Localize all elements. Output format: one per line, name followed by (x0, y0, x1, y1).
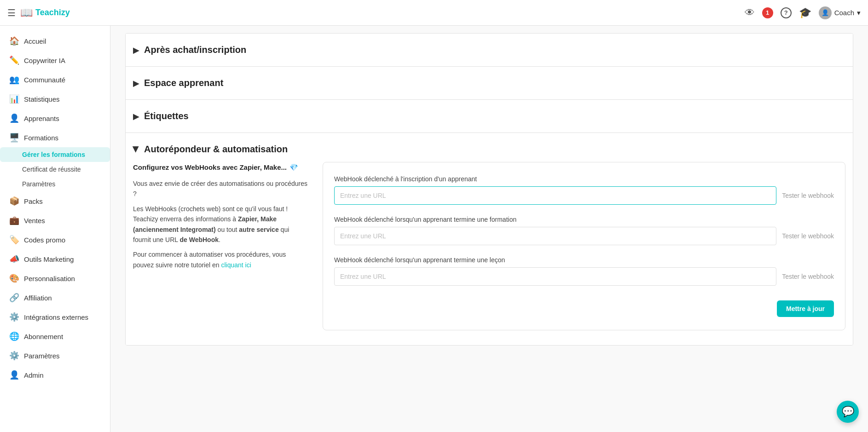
sidebar-sub-item-parametres-formations[interactable]: Paramètres (0, 177, 110, 191)
webhook-group-termine-formation: WebHook déclenché lorsqu'un apprenant te… (334, 216, 834, 245)
chevron-icon-espace-apprenant: ▶ (133, 78, 139, 88)
sidebar-item-accueil[interactable]: 🏠 Accueil (0, 31, 110, 51)
chevron-down-icon: ▾ (857, 9, 861, 17)
sidebar-item-ventes[interactable]: 💼 Ventes (0, 211, 110, 230)
autoresponder-desc-title: Configurez vos WebHooks avec Zapier, Mak… (133, 162, 308, 173)
chevron-icon-etiquettes: ▶ (133, 111, 139, 121)
sidebar-label-copywriter-ia: Copywriter IA (24, 57, 65, 64)
sidebar-item-communaute[interactable]: 👥 Communauté (0, 70, 110, 89)
packs-icon: 📦 (9, 196, 19, 206)
webhook-group-inscription: WebHook déclenché à l'inscription d'un a… (334, 175, 834, 205)
sidebar-label-parametres: Paramètres (24, 352, 60, 360)
layout: 🏠 Accueil ✏️ Copywriter IA 👥 Communauté … (0, 26, 868, 432)
webhook-input-row-inscription: Tester le webhook (334, 186, 834, 205)
chat-icon: 💬 (842, 406, 854, 418)
accordion-title-etiquettes: Étiquettes (144, 111, 189, 121)
apprenants-icon: 👤 (9, 113, 19, 123)
sidebar-item-codes-promo[interactable]: 🏷️ Codes promo (0, 230, 110, 249)
copywriter-icon: ✏️ (9, 55, 19, 65)
webhook-label-termine-lecon: WebHook déclenché lorsqu'un apprenant te… (334, 256, 834, 264)
webhook-input-inscription[interactable] (334, 186, 776, 205)
accordion-title-apres-achat: Après achat/inscription (144, 45, 246, 55)
accordion-header-espace-apprenant[interactable]: ▶ Espace apprenant (126, 67, 853, 99)
sidebar-item-outils-marketing[interactable]: 📣 Outils Marketing (0, 249, 110, 269)
desc-title-text: Configurez vos WebHooks avec Zapier, Mak… (133, 162, 287, 173)
chat-bubble[interactable]: 💬 (837, 401, 859, 423)
logo-text: Teachizy (35, 8, 70, 17)
desc-intro: Vous avez envie de créer des automatisat… (133, 179, 308, 199)
sidebar-item-copywriter-ia[interactable]: ✏️ Copywriter IA (0, 51, 110, 70)
graduation-hat-icon[interactable]: 🎓 (799, 7, 811, 19)
sidebar-label-ventes: Ventes (24, 217, 45, 225)
sidebar-item-formations[interactable]: 🖥️ Formations (0, 128, 110, 147)
accordion-etiquettes: ▶ Étiquettes (126, 100, 853, 133)
sidebar-label-accueil: Accueil (24, 37, 46, 45)
chevron-icon-autoresponder: ▶ (131, 146, 141, 153)
user-menu[interactable]: 👤 Coach ▾ (819, 6, 861, 19)
chevron-icon-apres-achat: ▶ (133, 45, 139, 55)
navbar-left: ☰ 📖 Teachizy (7, 7, 745, 19)
webhook-test-termine-formation[interactable]: Tester le webhook (782, 232, 834, 240)
avatar: 👤 (819, 6, 832, 19)
webhook-bold: de WebHook (179, 236, 219, 243)
sidebar-item-packs[interactable]: 📦 Packs (0, 191, 110, 211)
webhook-label-termine-formation: WebHook déclenché lorsqu'un apprenant te… (334, 216, 834, 223)
update-button[interactable]: Mettre à jour (777, 300, 834, 317)
sidebar-label-communaute: Communauté (24, 76, 65, 84)
affiliation-icon: 🔗 (9, 293, 19, 303)
sidebar-item-affiliation[interactable]: 🔗 Affiliation (0, 288, 110, 307)
promo-icon: 🏷️ (9, 235, 19, 245)
navbar: ☰ 📖 Teachizy 👁 1 ? 🎓 👤 Coach ▾ (0, 0, 868, 26)
webhook-group-termine-lecon: WebHook déclenché lorsqu'un apprenant te… (334, 256, 834, 286)
sidebar-sub-item-gerer-formations[interactable]: Gérer les formations (0, 147, 110, 162)
ventes-icon: 💼 (9, 215, 19, 225)
accordion-title-espace-apprenant: Espace apprenant (144, 78, 223, 88)
accordion-header-apres-achat[interactable]: ▶ Après achat/inscription (126, 34, 853, 66)
webhook-test-inscription[interactable]: Tester le webhook (782, 192, 834, 199)
logo-icon: 📖 (20, 7, 33, 19)
sidebar-item-statistiques[interactable]: 📊 Statistiques (0, 89, 110, 109)
help-icon[interactable]: ? (781, 7, 792, 18)
sidebar-sub-item-certificat[interactable]: Certificat de réussite (0, 162, 110, 177)
content-wrapper: ▶ Après achat/inscription ▶ Espace appre… (125, 33, 853, 346)
sidebar-label-statistiques: Statistiques (24, 95, 60, 103)
sidebar-item-personnalisation[interactable]: 🎨 Personnalisation (0, 269, 110, 288)
autoresponder-title: Autorépondeur & automatisation (144, 144, 288, 155)
parametres-icon: ⚙️ (9, 351, 19, 361)
sidebar-label-packs: Packs (24, 197, 43, 205)
autoresponder-body: Configurez vos WebHooks avec Zapier, Mak… (126, 162, 853, 330)
autre-service-bold: autre service (239, 226, 278, 233)
main-content: ▶ Après achat/inscription ▶ Espace appre… (110, 26, 868, 432)
sidebar-item-parametres[interactable]: ⚙️ Paramètres (0, 346, 110, 365)
accordion-apres-achat: ▶ Après achat/inscription (126, 34, 853, 67)
user-name: Coach (834, 9, 854, 17)
hamburger-menu[interactable]: ☰ (7, 7, 16, 18)
webhook-label-inscription: WebHook déclenché à l'inscription d'un a… (334, 175, 834, 183)
webhook-input-termine-lecon[interactable] (334, 267, 776, 286)
eye-icon[interactable]: 👁 (745, 7, 755, 19)
sidebar-label-formations: Formations (24, 134, 58, 142)
home-icon: 🏠 (9, 36, 19, 46)
webhook-test-termine-lecon[interactable]: Tester le webhook (782, 273, 834, 280)
sidebar-item-abonnement[interactable]: 🌐 Abonnement (0, 327, 110, 346)
sidebar-item-integrations-externes[interactable]: ⚙️ Intégrations externes (0, 307, 110, 327)
tutoriel-link[interactable]: cliquant ici (221, 261, 251, 269)
sidebar-item-apprenants[interactable]: 👤 Apprenants (0, 109, 110, 128)
notification-badge[interactable]: 1 (762, 7, 773, 18)
accordion-espace-apprenant: ▶ Espace apprenant (126, 67, 853, 100)
webhook-input-row-termine-lecon: Tester le webhook (334, 267, 834, 286)
sidebar-item-admin[interactable]: 👤 Admin (0, 365, 110, 385)
sidebar-label-integrations-externes: Intégrations externes (24, 313, 88, 321)
logo: 📖 Teachizy (20, 7, 70, 19)
accordion-header-etiquettes[interactable]: ▶ Étiquettes (126, 100, 853, 132)
sidebar-label-admin: Admin (24, 371, 44, 379)
sidebar-label-personnalisation: Personnalisation (24, 275, 75, 282)
desc-body1: Les WebHooks (crochets web) sont ce qu'i… (133, 204, 308, 245)
formations-icon: 🖥️ (9, 132, 19, 143)
autoresponder-form: WebHook déclenché à l'inscription d'un a… (323, 162, 845, 330)
navbar-right: 👁 1 ? 🎓 👤 Coach ▾ (745, 6, 861, 19)
sidebar-label-abonnement: Abonnement (24, 333, 63, 340)
webhook-input-row-termine-formation: Tester le webhook (334, 227, 834, 245)
autoresponder-header[interactable]: ▶ Autorépondeur & automatisation (126, 133, 853, 162)
webhook-input-termine-formation[interactable] (334, 227, 776, 245)
